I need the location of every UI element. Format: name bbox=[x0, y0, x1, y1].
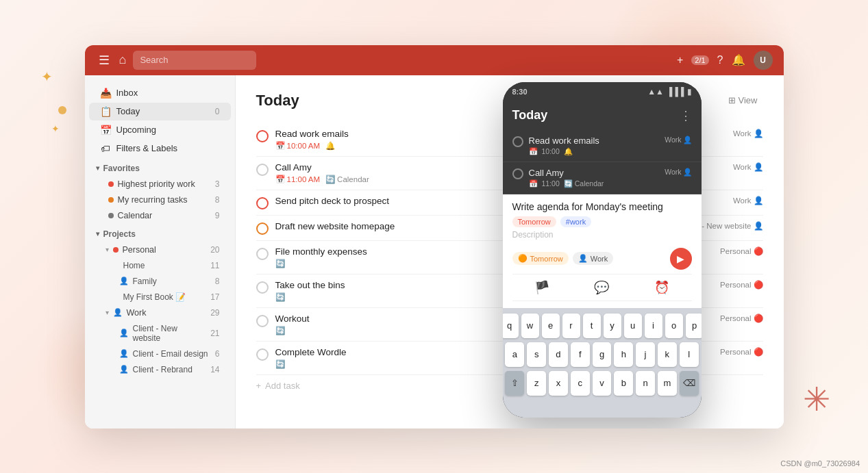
key-shift[interactable]: ⇧ bbox=[505, 371, 524, 396]
phone-time-2: 11:00 bbox=[542, 179, 560, 188]
task-checkbox-1[interactable] bbox=[256, 130, 269, 142]
comment-icon[interactable]: 💬 bbox=[594, 280, 609, 295]
key-o[interactable]: o bbox=[665, 314, 683, 338]
task-project-5: Personal 🔴 bbox=[720, 246, 762, 256]
sidebar-item-book[interactable]: My First Book 📝 17 bbox=[89, 290, 231, 305]
favorites-header[interactable]: ▾ Favorites bbox=[85, 158, 235, 176]
menu-icon[interactable]: ☰ bbox=[96, 50, 112, 71]
fav-count-2: 8 bbox=[215, 195, 220, 205]
phone-tag-work[interactable]: #work bbox=[560, 216, 591, 227]
phone-time-1: 10:00 bbox=[542, 147, 560, 155]
sidebar-item-today[interactable]: 📋 Today 0 bbox=[89, 103, 231, 120]
key-y[interactable]: y bbox=[604, 314, 621, 338]
projects-header[interactable]: ▾ Projects bbox=[85, 224, 235, 242]
key-z[interactable]: z bbox=[527, 371, 546, 396]
key-f[interactable]: f bbox=[571, 342, 590, 367]
task-checkbox-6[interactable] bbox=[256, 281, 269, 294]
key-i[interactable]: i bbox=[645, 314, 662, 338]
phone-task-meta-2: 📅 11:00 🔄 Calendar bbox=[529, 179, 660, 188]
phone-task-project-2: Work 👤 bbox=[665, 168, 691, 177]
key-u[interactable]: u bbox=[624, 314, 642, 338]
task-checkbox-8[interactable] bbox=[256, 348, 269, 361]
add-button[interactable]: + bbox=[677, 54, 683, 66]
phone-action-row: 🏴 💬 ⏰ bbox=[512, 274, 692, 301]
key-t[interactable]: t bbox=[583, 314, 601, 338]
key-p[interactable]: p bbox=[686, 314, 702, 338]
phone-task-content-1: Read work emails 📅 10:00 🔔 bbox=[529, 136, 660, 156]
sidebar-item-client-rebrand[interactable]: 👤 Client - Rebrand 14 bbox=[89, 362, 231, 377]
sidebar-item-highest-priority[interactable]: Highest priority work 3 bbox=[89, 177, 231, 192]
sidebar: 📥 Inbox 📋 Today 0 📅 Upcoming 🏷 Filters &… bbox=[85, 75, 236, 429]
sidebar-item-client-new[interactable]: 👤 Client - New website 21 bbox=[89, 321, 231, 346]
avatar[interactable]: U bbox=[754, 51, 773, 70]
key-n[interactable]: n bbox=[636, 371, 655, 396]
task-checkbox-7[interactable] bbox=[256, 315, 269, 327]
sidebar-item-work[interactable]: ▾ 👤 Work 29 bbox=[89, 305, 231, 320]
key-v[interactable]: v bbox=[593, 371, 612, 396]
sidebar-item-family[interactable]: 👤 Family 8 bbox=[89, 274, 231, 289]
phone-task-cb-2[interactable] bbox=[512, 168, 523, 179]
key-b[interactable]: b bbox=[614, 371, 633, 396]
flag-icon[interactable]: 🏴 bbox=[534, 280, 549, 295]
key-h[interactable]: h bbox=[614, 342, 633, 367]
task-checkbox-5[interactable] bbox=[256, 248, 269, 260]
help-icon[interactable]: ? bbox=[717, 54, 723, 66]
filters-icon: 🏷 bbox=[100, 143, 111, 154]
topbar-actions: + 2/1 ? 🔔 U bbox=[677, 51, 773, 70]
sidebar-item-calendar[interactable]: Calendar 9 bbox=[89, 208, 231, 223]
inbox-icon: 📥 bbox=[100, 88, 111, 99]
home-icon[interactable]: ⌂ bbox=[119, 53, 127, 67]
view-button[interactable]: ⊞ View bbox=[723, 92, 763, 108]
phone-more-icon[interactable]: ⋮ bbox=[680, 108, 692, 123]
phone-tag-tomorrow[interactable]: Tomorrow bbox=[512, 216, 556, 227]
key-backspace[interactable]: ⌫ bbox=[680, 371, 699, 396]
sidebar-item-filters[interactable]: 🏷 Filters & Labels bbox=[89, 140, 231, 157]
sidebar-item-inbox[interactable]: 📥 Inbox bbox=[89, 84, 231, 102]
bell-icon[interactable]: 🔔 bbox=[732, 53, 745, 66]
key-l[interactable]: l bbox=[680, 342, 699, 367]
keyboard-row-2: a s d f g h j k l bbox=[506, 342, 699, 367]
phone-send-button[interactable]: ▶ bbox=[670, 248, 692, 270]
task-time-1: 📅 10:00 AM bbox=[275, 141, 321, 151]
task-checkbox-3[interactable] bbox=[256, 197, 269, 209]
key-w[interactable]: w bbox=[521, 314, 539, 338]
phone-task-cb-1[interactable] bbox=[512, 136, 523, 147]
phone-clock-icon-1: 📅 bbox=[529, 147, 538, 156]
sidebar-item-home[interactable]: Home 11 bbox=[89, 258, 231, 273]
phone-task-project-1: Work 👤 bbox=[665, 136, 691, 144]
key-j[interactable]: j bbox=[636, 342, 655, 367]
sidebar-item-recurring[interactable]: My recurring tasks 8 bbox=[89, 192, 231, 207]
key-a[interactable]: a bbox=[505, 342, 524, 367]
phone-footer-work[interactable]: 👤 Work bbox=[573, 252, 613, 265]
key-c[interactable]: c bbox=[571, 371, 590, 396]
task-project-2: Work 👤 bbox=[733, 162, 763, 172]
key-s[interactable]: s bbox=[527, 342, 546, 367]
key-q[interactable]: q bbox=[503, 314, 519, 338]
key-m[interactable]: m bbox=[658, 371, 677, 396]
key-r[interactable]: r bbox=[562, 314, 580, 338]
phone-status-icons: ▲▲ ▐▐▐ ▮ bbox=[647, 87, 691, 97]
task-checkbox-4[interactable] bbox=[256, 222, 269, 235]
clock-icon[interactable]: ⏰ bbox=[654, 280, 669, 295]
key-k[interactable]: k bbox=[658, 342, 677, 367]
work-count: 29 bbox=[210, 308, 219, 318]
sidebar-item-upcoming[interactable]: 📅 Upcoming bbox=[89, 121, 231, 139]
work-label: Work bbox=[127, 308, 147, 318]
key-e[interactable]: e bbox=[542, 314, 560, 338]
filters-label: Filters & Labels bbox=[116, 143, 220, 153]
search-input[interactable] bbox=[133, 51, 256, 70]
task-checkbox-2[interactable] bbox=[256, 164, 269, 176]
client-rebrand-count: 14 bbox=[210, 365, 219, 374]
phone-footer-tomorrow[interactable]: 🟠 Tomorrow bbox=[512, 252, 569, 265]
key-x[interactable]: x bbox=[549, 371, 568, 396]
keyboard-row-3: ⇧ z x c v b n m ⌫ bbox=[506, 371, 699, 396]
phone-footer-row: 🟠 Tomorrow 👤 Work ▶ bbox=[512, 244, 692, 274]
key-g[interactable]: g bbox=[593, 342, 612, 367]
phone-header: Today ⋮ bbox=[503, 101, 702, 130]
sidebar-item-personal[interactable]: ▾ Personal 20 bbox=[89, 242, 231, 257]
key-d[interactable]: d bbox=[549, 342, 568, 367]
phone-cal-2: 🔄 Calendar bbox=[564, 179, 604, 188]
phone-status-bar: 8:30 ▲▲ ▐▐▐ ▮ bbox=[503, 82, 702, 101]
book-label: My First Book 📝 bbox=[123, 292, 186, 302]
sidebar-item-client-email[interactable]: 👤 Client - Email design 6 bbox=[89, 346, 231, 361]
